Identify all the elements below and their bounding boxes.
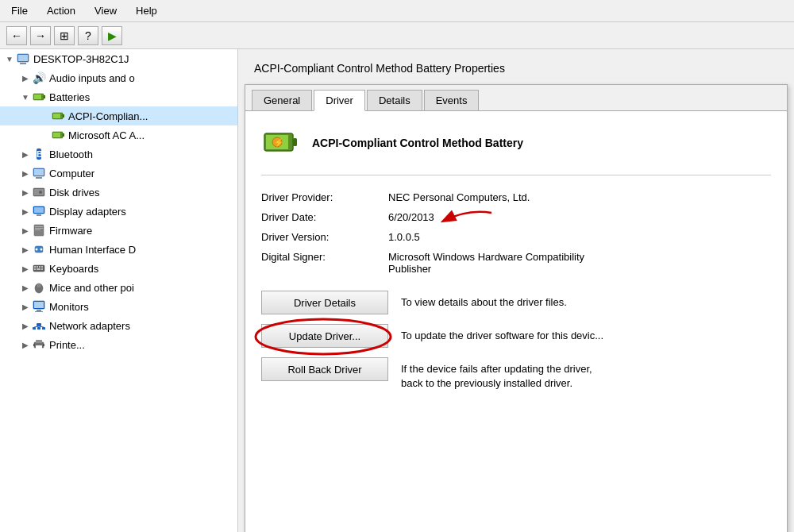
svg-point-28	[36, 249, 38, 251]
dialog-title: ACPI-Compliant Control Method Battery Pr…	[245, 56, 788, 81]
firmware-label: Firmware	[49, 225, 92, 237]
menubar: File Action View Help	[0, 0, 794, 22]
help-button[interactable]: ?	[78, 26, 98, 45]
svg-line-49	[34, 326, 39, 327]
tree-item-audio[interactable]: ▶ 🔊 Audio inputs and o	[0, 68, 237, 87]
bluetooth-icon: B	[32, 147, 46, 161]
driver-buttons-section: Driver Details To view details about the…	[261, 291, 771, 391]
svg-rect-57	[293, 138, 297, 146]
svg-rect-32	[37, 266, 38, 268]
audio-label: Audio inputs and o	[49, 72, 135, 84]
svg-rect-7	[63, 114, 64, 118]
roll-back-row: Roll Back Driver If the device fails aft…	[261, 357, 771, 391]
driver-provider-row: Driver Provider: NEC Personal Computers,…	[261, 191, 771, 203]
tree-item-batteries[interactable]: ▼ Batteries	[0, 87, 237, 106]
tree-item-bluetooth[interactable]: ▶ B Bluetooth	[0, 145, 237, 164]
tab-general[interactable]: General	[252, 90, 312, 111]
tree-item-microsoft-ac[interactable]: Microsoft AC A...	[0, 125, 237, 145]
printer-expand-icon: ▶	[19, 341, 32, 349]
keyboards-icon	[32, 261, 46, 276]
mac-icon	[51, 128, 65, 142]
svg-rect-54	[33, 344, 35, 346]
tree-item-disk[interactable]: ▶ Disk drives	[0, 183, 237, 202]
properties-panel: ACPI-Compliant Control Method Battery Pr…	[238, 49, 794, 532]
device-manager-button[interactable]: ⊞	[54, 26, 75, 45]
svg-rect-36	[37, 268, 40, 270]
menu-view[interactable]: View	[90, 3, 121, 18]
driver-details-button[interactable]: Driver Details	[261, 291, 388, 314]
svg-rect-25	[35, 228, 43, 229]
svg-rect-31	[34, 266, 36, 268]
keyboards-label: Keyboards	[49, 263, 98, 275]
svg-rect-35	[34, 268, 36, 270]
device-icon-large: ⚡	[261, 124, 299, 162]
audio-icon: 🔊	[32, 71, 46, 85]
device-name: ACPI-Compliant Control Method Battery	[312, 137, 523, 149]
svg-rect-10	[63, 133, 64, 137]
computer-icon	[16, 52, 30, 66]
tree-item-computer[interactable]: ▶ Computer	[0, 164, 237, 183]
batteries-label: Batteries	[49, 91, 90, 103]
driver-provider-value: NEC Personal Computers, Ltd.	[388, 191, 771, 203]
driver-info-table: Driver Provider: NEC Personal Computers,…	[261, 191, 771, 275]
expand-icon: ▼	[3, 55, 16, 64]
display-expand-icon: ▶	[19, 207, 32, 216]
svg-rect-52	[36, 340, 42, 343]
roll-back-desc: If the device fails after updating the d…	[401, 357, 592, 391]
tree-item-firmware[interactable]: ▶ Firmware	[0, 221, 237, 240]
tab-details[interactable]: Details	[367, 90, 422, 111]
tree-item-display[interactable]: ▶ Display adapters	[0, 202, 237, 221]
update-driver-desc: To update the driver software for this d…	[401, 324, 603, 343]
device-tree: ▼ DESKTOP-3H82C1J ▶ 🔊 Audio inputs and o…	[0, 49, 238, 532]
svg-rect-5	[34, 94, 41, 99]
update-driver-row: Update Driver... To update the driver so…	[261, 324, 771, 348]
svg-rect-15	[36, 177, 42, 179]
computer-label: Computer	[49, 168, 94, 179]
hid-expand-icon: ▶	[19, 245, 32, 254]
svg-text:⚡: ⚡	[274, 137, 284, 148]
svg-rect-1	[20, 63, 26, 64]
svg-rect-11	[53, 133, 60, 137]
forward-button[interactable]: →	[30, 26, 51, 45]
audio-expand-icon: ▶	[19, 74, 32, 83]
tab-events[interactable]: Events	[424, 90, 480, 111]
svg-rect-2	[18, 55, 28, 61]
svg-text:B: B	[37, 149, 43, 159]
svg-rect-34	[41, 266, 43, 268]
computer-expand-icon: ▶	[19, 169, 32, 178]
svg-point-29	[40, 249, 43, 251]
tree-item-acpi[interactable]: ACPI-Complian...	[0, 106, 237, 125]
roll-back-driver-button[interactable]: Roll Back Driver	[261, 357, 388, 381]
driver-version-value: 1.0.0.5	[388, 231, 771, 243]
run-button[interactable]: ▶	[102, 26, 122, 45]
back-button[interactable]: ←	[6, 26, 27, 45]
tree-item-network[interactable]: ▶ Network adapters	[0, 316, 237, 335]
printer-label: Printe...	[49, 339, 85, 351]
dialog-content: ⚡ ACPI-Compliant Control Method Battery …	[245, 111, 787, 403]
menu-action[interactable]: Action	[42, 3, 80, 18]
mice-label: Mice and other poi	[49, 282, 134, 294]
menu-help[interactable]: Help	[131, 3, 162, 18]
tree-item-mice[interactable]: ▶ Mice and other poi	[0, 278, 237, 297]
update-driver-button[interactable]: Update Driver...	[261, 324, 388, 348]
tree-item-keyboards[interactable]: ▶ Keyboards	[0, 259, 237, 278]
menu-file[interactable]: File	[6, 3, 33, 18]
network-icon	[32, 318, 46, 333]
svg-rect-45	[37, 323, 41, 326]
tree-root[interactable]: ▼ DESKTOP-3H82C1J	[0, 49, 237, 68]
tree-item-hid[interactable]: ▶ Human Interface D	[0, 240, 237, 259]
tree-item-printer[interactable]: ▶ Printe...	[0, 335, 237, 354]
svg-rect-37	[41, 268, 43, 270]
svg-rect-53	[36, 345, 42, 349]
svg-rect-44	[34, 302, 44, 308]
tree-item-monitors[interactable]: ▶ Monitors	[0, 297, 237, 316]
driver-provider-label: Driver Provider:	[261, 191, 388, 203]
tab-bar: General Driver Details Events	[245, 85, 787, 111]
svg-rect-46	[33, 327, 36, 330]
svg-rect-43	[35, 311, 43, 312]
tab-driver[interactable]: Driver	[314, 90, 365, 111]
digital-signer-row: Digital Signer: Microsoft Windows Hardwa…	[261, 251, 771, 275]
driver-version-row: Driver Version: 1.0.0.5	[261, 231, 771, 243]
svg-rect-47	[37, 327, 40, 330]
batteries-expand-icon: ▼	[19, 93, 32, 102]
